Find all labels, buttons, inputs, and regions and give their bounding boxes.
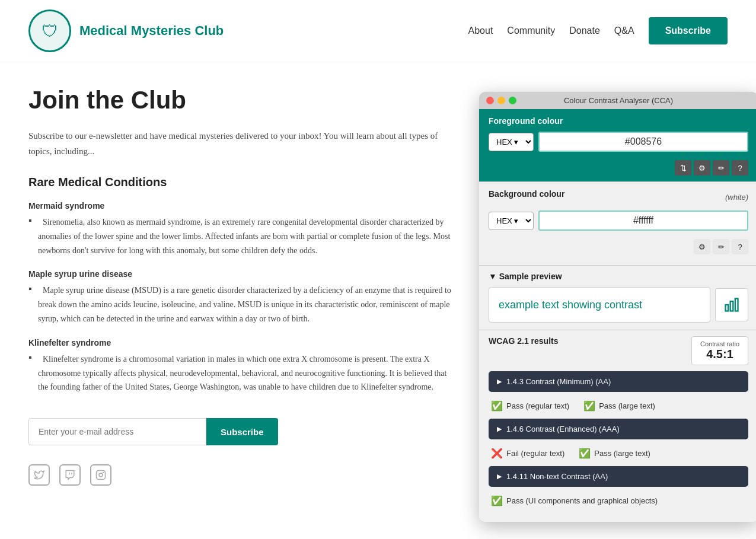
wcag-result-143-regular-label: Pass (regular text) — [506, 401, 569, 410]
intro-text: Subscribe to our e-newsletter and have m… — [28, 129, 455, 159]
preview-toggle-label: ▼ Sample preview — [489, 272, 562, 281]
condition-klinefelter-title: Klinefelter syndrome — [28, 338, 455, 347]
wcag-arrow-146: ▶ — [497, 425, 502, 433]
svg-rect-0 — [97, 471, 106, 480]
nav-donate[interactable]: Donate — [569, 25, 600, 36]
wcag-row-146[interactable]: ▶ 1.4.6 Contrast (Enhanced) (AAA) — [489, 419, 748, 439]
left-content: Join the Club Subscribe to our e-newslet… — [28, 86, 455, 522]
condition-mermaid-title: Mermaid syndrome — [28, 201, 455, 211]
social-icons — [28, 464, 455, 486]
cca-preview-section: ▼ Sample preview example text showing co… — [479, 266, 756, 330]
condition-mermaid: Mermaid syndrome Sirenomelia, also known… — [28, 201, 455, 257]
fg-hex-input[interactable] — [538, 132, 748, 152]
svg-rect-4 — [731, 301, 733, 311]
email-form: Subscribe — [28, 418, 455, 445]
fg-settings-button[interactable]: ⚙ — [694, 160, 710, 176]
wcag-row-143[interactable]: ▶ 1.4.3 Contrast (Minimum) (AA) — [489, 371, 748, 392]
fg-toolbar: ⇅ ⚙ ✏ ? — [489, 158, 748, 181]
preview-toggle[interactable]: ▼ Sample preview — [489, 272, 748, 281]
site-title: Medical Mysteries Club — [79, 23, 224, 39]
condition-klinefelter: Klinefelter syndrome Klinefelter syndrom… — [28, 338, 455, 394]
bg-toolbar: ⚙ ✏ ? — [489, 237, 748, 260]
wcag-result-1411-ui-label: Pass (UI components and graphical object… — [506, 496, 658, 505]
contrast-ratio-value: 4.5:1 — [700, 347, 739, 361]
cca-wcag-section: WCAG 2.1 results Contrast ratio 4.5:1 ▶ … — [479, 330, 756, 522]
maximize-window-button[interactable] — [509, 97, 516, 104]
wcag-label-146: 1.4.6 Contrast (Enhanced) (AAA) — [506, 425, 620, 433]
close-window-button[interactable] — [486, 97, 494, 104]
cca-titlebar: Colour Contrast Analyser (CCA) — [479, 92, 756, 109]
svg-rect-5 — [735, 299, 738, 311]
main-content: Join the Club Subscribe to our e-newslet… — [0, 62, 756, 539]
wcag-result-143-regular: ✅ Pass (regular text) — [491, 400, 569, 412]
logo-icon: 🛡 — [28, 9, 71, 52]
instagram-icon[interactable] — [90, 464, 111, 486]
bg-eyedropper-button[interactable]: ✏ — [713, 239, 729, 254]
wcag-label-143: 1.4.3 Contrast (Minimum) (AA) — [506, 377, 611, 386]
fg-format-select[interactable]: HEX ▾ RGB HSL — [489, 133, 534, 151]
contrast-ratio-label: Contrast ratio — [700, 340, 739, 347]
preview-text: example text showing contrast — [499, 299, 642, 311]
svg-point-1 — [99, 473, 103, 477]
bg-help-button[interactable]: ? — [732, 239, 748, 254]
condition-mermaid-text: Sirenomelia, also known as mermaid syndr… — [38, 218, 450, 255]
bg-settings-button[interactable]: ⚙ — [694, 239, 710, 254]
wcag-results-1411: ✅ Pass (UI components and graphical obje… — [489, 490, 748, 511]
bg-label-row: Background colour (white) — [489, 189, 748, 205]
condition-msud: Maple syrup urine disease Maple syrup ur… — [28, 269, 455, 326]
preview-content: example text showing contrast — [489, 287, 748, 323]
fg-swap-button[interactable]: ⇅ — [675, 160, 691, 176]
wcag-arrow-143: ▶ — [497, 378, 502, 385]
cca-background-section: Background colour (white) HEX ▾ RGB HSL … — [479, 182, 756, 265]
svg-rect-3 — [726, 305, 729, 311]
wcag-result-143-large-label: Pass (large text) — [599, 401, 655, 410]
bg-hex-input[interactable] — [538, 211, 748, 231]
wcag-header: WCAG 2.1 results Contrast ratio 4.5:1 — [489, 336, 748, 365]
nav-links: About Community Donate Q&A Subscribe — [468, 17, 728, 44]
minimize-window-button[interactable] — [497, 97, 505, 104]
nav-community[interactable]: Community — [507, 25, 555, 36]
pass-icon-1411-ui: ✅ — [491, 495, 503, 506]
wcag-label-1411: 1.4.11 Non-text Contrast (AA) — [506, 472, 608, 481]
pass-icon-143-regular: ✅ — [491, 400, 503, 412]
fg-input-row: HEX ▾ RGB HSL — [489, 132, 748, 152]
pass-icon-146-large: ✅ — [579, 448, 591, 459]
navbar: 🛡 Medical Mysteries Club About Community… — [0, 0, 756, 62]
wcag-arrow-1411: ▶ — [497, 473, 502, 480]
contrast-ratio-box: Contrast ratio 4.5:1 — [691, 336, 748, 365]
wcag-title: WCAG 2.1 results — [489, 336, 558, 346]
fg-label: Foreground colour — [489, 116, 748, 126]
svg-point-2 — [103, 472, 104, 473]
bg-input-row: HEX ▾ RGB HSL — [489, 211, 748, 231]
email-input[interactable] — [28, 418, 206, 445]
wcag-result-146-regular: ❌ Fail (regular text) — [491, 448, 564, 459]
fg-help-button[interactable]: ? — [732, 160, 748, 176]
nav-subscribe-button[interactable]: Subscribe — [649, 17, 728, 44]
bg-white-label: (white) — [725, 193, 748, 202]
section-title: Rare Medical Conditions — [28, 176, 455, 189]
cca-title: Colour Contrast Analyser (CCA) — [564, 96, 673, 105]
condition-msud-title: Maple syrup urine disease — [28, 269, 455, 279]
logo-area: 🛡 Medical Mysteries Club — [28, 9, 224, 52]
bg-format-select[interactable]: HEX ▾ RGB HSL — [489, 212, 534, 230]
wcag-result-146-large-label: Pass (large text) — [594, 449, 650, 458]
email-submit-button[interactable]: Subscribe — [206, 418, 278, 445]
wcag-result-143-large: ✅ Pass (large text) — [583, 400, 655, 412]
wcag-results-143: ✅ Pass (regular text) ✅ Pass (large text… — [489, 396, 748, 416]
wcag-results-146: ❌ Fail (regular text) ✅ Pass (large text… — [489, 443, 748, 464]
twitch-icon[interactable] — [59, 464, 81, 486]
preview-text-box: example text showing contrast — [489, 287, 710, 323]
cca-foreground-section: Foreground colour HEX ▾ RGB HSL ⇅ ⚙ ✏ ? — [479, 109, 756, 181]
twitter-icon[interactable] — [28, 464, 50, 486]
bg-label: Background colour — [489, 189, 564, 199]
nav-qa[interactable]: Q&A — [614, 25, 634, 36]
fg-eyedropper-button[interactable]: ✏ — [713, 160, 729, 176]
nav-about[interactable]: About — [468, 25, 493, 36]
wcag-result-146-large: ✅ Pass (large text) — [579, 448, 650, 459]
wcag-row-1411[interactable]: ▶ 1.4.11 Non-text Contrast (AA) — [489, 466, 748, 487]
condition-klinefelter-text: Klinefelter syndrome is a chromosomal va… — [38, 355, 446, 392]
preview-chart-button[interactable] — [715, 288, 748, 321]
wcag-result-146-regular-label: Fail (regular text) — [506, 449, 564, 458]
wcag-result-1411-ui: ✅ Pass (UI components and graphical obje… — [491, 495, 658, 506]
fail-icon-146-regular: ❌ — [491, 448, 503, 459]
